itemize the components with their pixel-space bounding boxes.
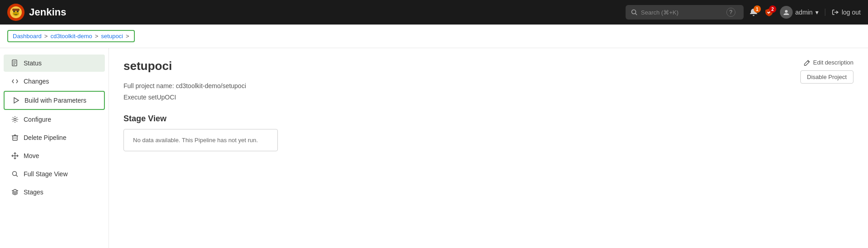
project-info: Full project name: cd3toolkit-demo/setup… bbox=[123, 80, 853, 103]
svg-point-15 bbox=[14, 119, 16, 121]
sidebar-item-status[interactable]: Status bbox=[4, 55, 105, 72]
document-icon bbox=[11, 59, 19, 67]
sidebar: Status Changes Build with Parameters bbox=[0, 48, 109, 248]
header-actions: 1 2 admin ▾ log bbox=[749, 6, 861, 19]
breadcrumb-sep-2: > bbox=[95, 33, 99, 40]
svg-rect-16 bbox=[13, 136, 17, 140]
content-area: setupoci Full project name: cd3toolkit-d… bbox=[109, 48, 868, 248]
shield-badge: 2 bbox=[769, 5, 776, 13]
svg-point-21 bbox=[13, 172, 17, 176]
search-bar[interactable]: ? bbox=[626, 5, 744, 20]
sidebar-item-delete-pipeline[interactable]: Delete Pipeline bbox=[4, 129, 105, 146]
logout-label: log out bbox=[842, 9, 861, 16]
username-label: admin bbox=[795, 9, 813, 16]
svg-marker-23 bbox=[12, 189, 18, 192]
security-shield-button[interactable]: 2 bbox=[764, 8, 774, 17]
stage-view-empty-box: No data available. This Pipeline has not… bbox=[123, 129, 278, 151]
svg-point-8 bbox=[785, 10, 788, 13]
logout-button[interactable]: log out bbox=[825, 9, 861, 16]
layers-icon bbox=[11, 188, 19, 196]
sidebar-label-move: Move bbox=[24, 152, 39, 159]
svg-line-6 bbox=[635, 14, 637, 15]
breadcrumb-cd3toolkit-demo[interactable]: cd3toolkit-demo bbox=[50, 33, 92, 40]
sidebar-label-full-stage-view: Full Stage View bbox=[24, 170, 68, 178]
sidebar-item-changes[interactable]: Changes bbox=[4, 73, 105, 90]
search-icon bbox=[631, 9, 637, 15]
move-icon bbox=[11, 152, 19, 160]
full-project-name: Full project name: cd3toolkit-demo/setup… bbox=[123, 80, 853, 92]
breadcrumb-sep-1: > bbox=[44, 33, 48, 40]
notifications-bell-button[interactable]: 1 bbox=[749, 8, 758, 17]
content-actions: Edit description Disable Project bbox=[800, 59, 853, 84]
disable-project-label: Disable Project bbox=[807, 74, 847, 80]
breadcrumb: Dashboard > cd3toolkit-demo > setupoci > bbox=[7, 30, 135, 42]
svg-point-5 bbox=[631, 10, 636, 14]
bell-badge: 1 bbox=[754, 5, 761, 13]
breadcrumb-bar: Dashboard > cd3toolkit-demo > setupoci > bbox=[0, 25, 868, 48]
sidebar-label-delete-pipeline: Delete Pipeline bbox=[24, 134, 66, 141]
jenkins-logo-icon bbox=[7, 4, 25, 21]
breadcrumb-dashboard[interactable]: Dashboard bbox=[13, 33, 42, 40]
sidebar-item-full-stage-view[interactable]: Full Stage View bbox=[4, 165, 105, 183]
breadcrumb-sep-3: > bbox=[126, 33, 129, 40]
user-chevron-icon: ▾ bbox=[815, 9, 819, 16]
logo[interactable]: Jenkins bbox=[7, 4, 66, 21]
execute-label: Execute setUpOCI bbox=[123, 92, 853, 103]
sidebar-item-stages[interactable]: Stages bbox=[4, 184, 105, 201]
gear-icon bbox=[11, 115, 19, 124]
play-icon bbox=[12, 96, 20, 104]
sidebar-item-move[interactable]: Move bbox=[4, 147, 105, 164]
search-help-icon[interactable]: ? bbox=[726, 8, 735, 17]
svg-rect-4 bbox=[12, 9, 20, 11]
app-title: Jenkins bbox=[29, 6, 66, 18]
trash-icon bbox=[11, 134, 19, 142]
sidebar-label-build-with-parameters: Build with Parameters bbox=[25, 97, 86, 104]
search-input[interactable] bbox=[641, 9, 723, 16]
user-menu-button[interactable]: admin ▾ bbox=[780, 6, 819, 19]
code-icon bbox=[11, 77, 19, 85]
stage-view-title: Stage View bbox=[123, 114, 853, 124]
sidebar-label-changes: Changes bbox=[24, 78, 49, 85]
edit-description-label: Edit description bbox=[813, 59, 853, 66]
sidebar-label-configure: Configure bbox=[24, 116, 51, 123]
breadcrumb-setupoci[interactable]: setupoci bbox=[101, 33, 123, 40]
user-avatar-icon bbox=[780, 6, 793, 19]
svg-marker-14 bbox=[14, 98, 19, 103]
svg-point-7 bbox=[753, 15, 755, 16]
main-layout: Status Changes Build with Parameters bbox=[0, 48, 868, 248]
sidebar-label-status: Status bbox=[24, 60, 42, 67]
header: Jenkins ? 1 2 bbox=[0, 0, 868, 25]
edit-description-button[interactable]: Edit description bbox=[804, 59, 853, 66]
stage-view-empty-message: No data available. This Pipeline has not… bbox=[133, 137, 258, 144]
sidebar-item-configure[interactable]: Configure bbox=[4, 111, 105, 128]
sidebar-label-stages: Stages bbox=[24, 188, 44, 196]
sidebar-item-build-with-parameters[interactable]: Build with Parameters bbox=[4, 91, 105, 110]
disable-project-button[interactable]: Disable Project bbox=[800, 70, 853, 84]
page-title: setupoci bbox=[123, 59, 853, 73]
magnify-icon bbox=[11, 170, 19, 178]
svg-line-22 bbox=[16, 175, 18, 177]
